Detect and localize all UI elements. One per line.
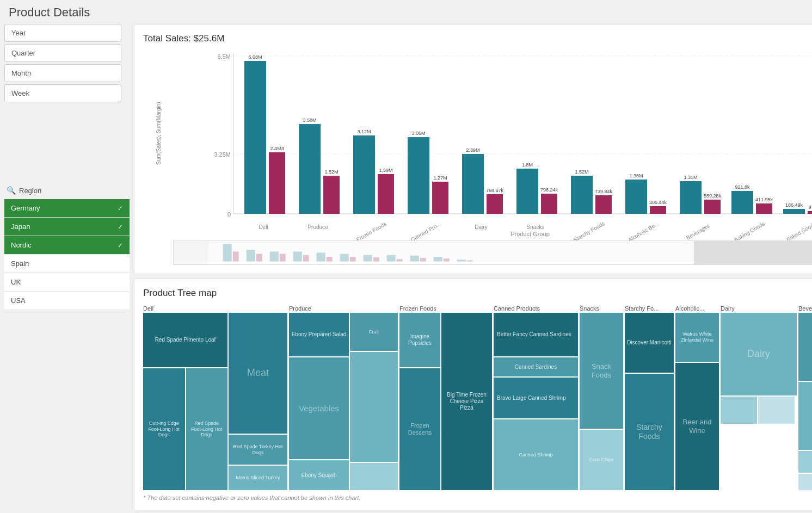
svg-rect-27	[462, 154, 484, 214]
region-item-germany[interactable]: Germany ✓	[4, 199, 130, 218]
treemap-alcoholic: Alcoholic... Walrus White Zinfandel Wine…	[675, 305, 719, 490]
treemap-footnote: * The data set contains negative or zero…	[143, 495, 812, 501]
svg-text:3.58M: 3.58M	[303, 118, 316, 123]
svg-rect-39	[595, 195, 612, 214]
region-label: Region	[19, 187, 41, 195]
sidebar: Year Quarter Month Week 🔍 Region Germany…	[4, 24, 130, 510]
treemap-dairy: Dairy Dairy	[721, 305, 797, 490]
svg-text:6.5M: 6.5M	[218, 53, 231, 60]
svg-text:1.52M: 1.52M	[324, 169, 338, 175]
svg-rect-54	[756, 203, 772, 214]
svg-text:97.38k: 97.38k	[808, 205, 812, 210]
checkmark-icon: ✓	[118, 223, 123, 231]
svg-rect-12	[299, 124, 321, 214]
svg-text:0: 0	[227, 211, 231, 218]
filter-week[interactable]: Week	[4, 84, 121, 102]
svg-rect-84	[208, 241, 694, 264]
svg-text:2.45M: 2.45M	[270, 146, 284, 151]
checkmark-icon: ✓	[118, 242, 123, 249]
svg-text:739.84k: 739.84k	[595, 189, 613, 194]
bar-chart-svg: 0 3.25M 6.5M 6.08M 2.45M Deli	[173, 51, 812, 225]
svg-rect-59	[808, 211, 812, 214]
region-item-nordic[interactable]: Nordic ✓	[4, 236, 130, 255]
treemap-panel: Product Tree map Deli Red Spade Pimento …	[134, 279, 812, 510]
content-area: Total Sales: $25.6M Sum(Sales), Sum(Marg…	[134, 24, 812, 510]
checkmark-icon: ✓	[118, 205, 123, 212]
svg-rect-24	[432, 182, 448, 214]
svg-rect-7	[244, 61, 266, 214]
page-title: Product Details	[0, 0, 812, 24]
treemap-snacks: Snacks Snack Foods Corn Chips	[580, 305, 623, 490]
treemap-starchy: Starchy Fo... Discover Manicotti Starchy…	[625, 305, 674, 490]
svg-text:3.25M: 3.25M	[214, 151, 231, 158]
svg-text:1.52M: 1.52M	[575, 169, 588, 175]
svg-text:305.44k: 305.44k	[649, 200, 667, 205]
svg-text:3.06M: 3.06M	[411, 131, 425, 136]
treemap-visualization: Deli Red Spade Pimento Loaf Cutt-ing Edg…	[143, 305, 812, 490]
svg-rect-52	[731, 191, 753, 214]
chart-minimap[interactable]	[173, 240, 812, 265]
region-item-usa[interactable]: USA	[4, 292, 130, 310]
region-name: USA	[11, 296, 26, 305]
filter-year[interactable]: Year	[4, 24, 121, 42]
x-axis-label: Product Group	[173, 231, 812, 237]
region-name: UK	[11, 278, 21, 286]
svg-text:921.8k: 921.8k	[735, 184, 750, 190]
bar-chart-panel: Total Sales: $25.6M Sum(Sales), Sum(Marg…	[134, 24, 812, 274]
svg-text:1.27M: 1.27M	[433, 175, 447, 181]
svg-text:1.36M: 1.36M	[629, 173, 643, 178]
chart-title: Total Sales: $25.6M	[143, 33, 812, 44]
svg-rect-57	[783, 209, 805, 214]
svg-rect-42	[625, 180, 647, 214]
svg-rect-22	[408, 137, 429, 214]
treemap-canned: Canned Products Better Fancy Canned Sard…	[494, 305, 578, 490]
svg-text:3.12M: 3.12M	[357, 129, 371, 134]
treemap-beverages: Beverages	[798, 305, 812, 490]
svg-text:1.31M: 1.31M	[684, 175, 697, 180]
svg-text:Snacks: Snacks	[527, 224, 545, 230]
filter-section: Year Quarter Month Week	[4, 24, 130, 102]
region-name: Germany	[11, 204, 40, 212]
svg-text:796.24k: 796.24k	[540, 187, 558, 193]
svg-text:559.28k: 559.28k	[704, 193, 722, 199]
svg-rect-44	[650, 206, 666, 214]
svg-text:2.39M: 2.39M	[466, 147, 479, 153]
filter-month[interactable]: Month	[4, 64, 121, 82]
svg-text:Deli: Deli	[259, 224, 268, 230]
svg-rect-47	[680, 181, 702, 214]
svg-rect-37	[571, 176, 593, 214]
svg-rect-9	[269, 152, 285, 214]
svg-rect-14	[323, 176, 340, 214]
region-name: Nordic	[11, 241, 32, 249]
y-axis-label: Sum(Sales), Sum(Margin)	[156, 100, 162, 165]
treemap-deli: Deli Red Spade Pimento Loaf Cutt-ing Edg…	[143, 305, 287, 490]
region-section: 🔍 Region Germany ✓ Japan ✓ Nordic ✓ Spai…	[4, 182, 130, 310]
region-item-uk[interactable]: UK	[4, 273, 130, 292]
svg-rect-32	[516, 169, 538, 214]
svg-rect-49	[704, 200, 721, 214]
svg-rect-19	[378, 174, 394, 214]
svg-text:768.67k: 768.67k	[486, 188, 504, 193]
region-header: 🔍 Region	[4, 182, 130, 199]
region-item-japan[interactable]: Japan ✓	[4, 218, 130, 236]
svg-rect-85	[694, 241, 812, 264]
filter-quarter[interactable]: Quarter	[4, 44, 121, 62]
svg-text:186.49k: 186.49k	[785, 202, 803, 208]
treemap-title: Product Tree map	[143, 288, 812, 299]
treemap-produce: Produce Ebony Prepared Salad Vegetables …	[289, 305, 398, 490]
treemap-frozen: Frozen Foods Imagine Popsicles Frozen De…	[399, 305, 492, 490]
svg-text:1.8M: 1.8M	[522, 162, 533, 168]
region-item-spain[interactable]: Spain	[4, 255, 130, 273]
svg-text:1.59M: 1.59M	[379, 168, 392, 173]
svg-rect-17	[353, 135, 375, 214]
svg-text:Dairy: Dairy	[475, 224, 487, 230]
svg-rect-34	[541, 194, 557, 214]
svg-text:411.95k: 411.95k	[755, 197, 773, 202]
region-list: Germany ✓ Japan ✓ Nordic ✓ Spain UK	[4, 199, 130, 310]
region-name: Japan	[11, 222, 30, 231]
search-icon: 🔍	[7, 186, 16, 195]
svg-text:Produce: Produce	[307, 224, 328, 230]
svg-rect-29	[487, 194, 503, 214]
region-name: Spain	[11, 259, 29, 268]
svg-text:6.08M: 6.08M	[248, 54, 262, 60]
